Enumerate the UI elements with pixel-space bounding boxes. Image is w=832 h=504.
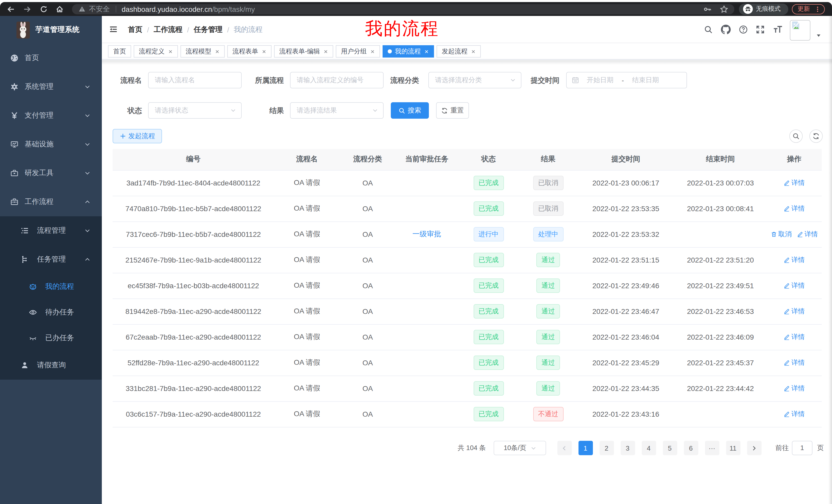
tab-4[interactable]: 流程表单-编辑 bbox=[274, 45, 333, 58]
browser-home-icon[interactable] bbox=[55, 5, 64, 13]
avatar[interactable] bbox=[790, 20, 810, 40]
detail-action[interactable]: 详情 bbox=[784, 281, 805, 290]
address-bar[interactable]: 不安全 dashboard.yudao.iocoder.cn/bpm/task/… bbox=[72, 4, 734, 14]
fullscreen-icon[interactable] bbox=[756, 25, 765, 34]
detail-action[interactable]: 详情 bbox=[784, 358, 805, 367]
sidebar-item-1[interactable]: 系统管理 bbox=[0, 73, 102, 101]
detail-action[interactable]: 详情 bbox=[784, 410, 805, 419]
cell-end-time: 2022-01-23 00:08:41 bbox=[674, 196, 767, 221]
sidebar-item-6[interactable]: 流程管理 bbox=[0, 216, 102, 245]
next-page-button[interactable] bbox=[747, 441, 761, 455]
sidebar-item-5[interactable]: 工作流程 bbox=[0, 188, 102, 216]
page-button-11[interactable]: 11 bbox=[726, 441, 740, 455]
prev-page-button[interactable] bbox=[557, 441, 572, 455]
browser-back-icon[interactable] bbox=[7, 5, 15, 13]
tab-1[interactable]: 流程定义 bbox=[134, 45, 178, 58]
sidebar-item-4[interactable]: 研发工具 bbox=[0, 159, 102, 188]
cell-category: OA bbox=[340, 170, 395, 196]
close-icon[interactable] bbox=[424, 49, 429, 54]
sidebar-toggle-icon[interactable] bbox=[109, 25, 117, 33]
breadcrumb-item[interactable]: 任务管理 bbox=[194, 25, 223, 34]
gear-icon bbox=[10, 83, 19, 91]
page-button-···[interactable]: ··· bbox=[705, 441, 719, 455]
user-caret-icon[interactable] bbox=[816, 33, 821, 38]
detail-action[interactable]: 详情 bbox=[784, 307, 805, 316]
sidebar-item-9[interactable]: 待办任务 bbox=[0, 300, 102, 325]
browser-menu-dots-icon[interactable] bbox=[814, 6, 821, 12]
sidebar-item-3[interactable]: 基础设施 bbox=[0, 130, 102, 159]
sidebar-logo[interactable]: 芋道管理系统 bbox=[0, 16, 102, 44]
security-label[interactable]: 不安全 bbox=[89, 4, 110, 13]
create-process-button[interactable]: 发起流程 bbox=[113, 129, 162, 143]
logo-avatar bbox=[17, 21, 30, 38]
cell-category: OA bbox=[340, 299, 395, 324]
tab-5[interactable]: 用户分组 bbox=[336, 45, 380, 58]
detail-action[interactable]: 详情 bbox=[784, 204, 805, 213]
filter-status-select[interactable]: 请选择状态 bbox=[148, 102, 242, 119]
detail-action[interactable]: 详情 bbox=[784, 255, 805, 264]
close-icon[interactable] bbox=[471, 49, 476, 54]
status-tag: 已完成 bbox=[473, 304, 504, 318]
browser-update-button[interactable]: 更新 bbox=[792, 4, 825, 14]
page-button-2[interactable]: 2 bbox=[599, 441, 614, 455]
page-button-3[interactable]: 3 bbox=[620, 441, 635, 455]
edit-icon bbox=[784, 205, 790, 212]
cell-end-time: 2022-01-22 23:46:53 bbox=[674, 299, 767, 324]
browser-forward-icon[interactable] bbox=[23, 5, 31, 13]
tab-7[interactable]: 发起流程 bbox=[437, 45, 481, 58]
tab-3[interactable]: 流程表单 bbox=[227, 45, 271, 58]
bookmark-star-icon[interactable] bbox=[720, 5, 728, 13]
sidebar-item-10[interactable]: 已办任务 bbox=[0, 325, 102, 351]
filter-time-range[interactable]: 开始日期 - 结束日期 bbox=[566, 72, 687, 88]
sidebar-item-2[interactable]: 支付管理 bbox=[0, 101, 102, 130]
tab-0[interactable]: 首页 bbox=[108, 45, 131, 58]
detail-action[interactable]: 详情 bbox=[784, 332, 805, 342]
breadcrumb-item[interactable]: 工作流程 bbox=[154, 25, 183, 34]
detail-action[interactable]: 详情 bbox=[784, 384, 805, 393]
result-tag: 通过 bbox=[536, 304, 560, 318]
close-icon[interactable] bbox=[168, 49, 173, 54]
page-button-6[interactable]: 6 bbox=[684, 441, 698, 455]
status-tag: 已完成 bbox=[473, 381, 504, 396]
page-button-5[interactable]: 5 bbox=[662, 441, 677, 455]
table-body: 3ad174fb-7b9d-11ec-8404-acde48001122OA 请… bbox=[113, 170, 822, 427]
cell-end-time: 2022-01-22 23:49:51 bbox=[674, 273, 767, 299]
tab-2[interactable]: 流程模型 bbox=[181, 45, 225, 58]
filter-result-select[interactable]: 请选择流结果 bbox=[290, 102, 384, 119]
close-icon[interactable] bbox=[370, 49, 375, 54]
page-button-1[interactable]: 1 bbox=[578, 441, 593, 455]
search-icon[interactable] bbox=[704, 25, 713, 34]
cell-result: 已取消 bbox=[519, 196, 577, 221]
search-button[interactable]: 搜索 bbox=[391, 102, 429, 119]
filter-name-input[interactable]: 请输入流程名 bbox=[148, 72, 242, 88]
page-size-select[interactable]: 10条/页 bbox=[494, 441, 546, 455]
delete-icon bbox=[771, 231, 777, 237]
filter-category-select[interactable]: 请选择流程分类 bbox=[428, 72, 521, 88]
font-size-icon[interactable] bbox=[773, 25, 783, 34]
password-key-icon[interactable] bbox=[703, 5, 712, 13]
browser-reload-icon[interactable] bbox=[40, 5, 48, 13]
page-button-4[interactable]: 4 bbox=[642, 441, 656, 455]
refresh-table-button[interactable] bbox=[809, 130, 823, 143]
task-link[interactable]: 一级审批 bbox=[412, 230, 441, 238]
detail-action[interactable]: 详情 bbox=[797, 230, 818, 239]
detail-action[interactable]: 详情 bbox=[784, 178, 805, 188]
cancel-action[interactable]: 取消 bbox=[771, 230, 791, 239]
cell-task bbox=[395, 350, 458, 375]
close-icon[interactable] bbox=[262, 49, 266, 54]
close-icon[interactable] bbox=[215, 49, 219, 54]
show-search-toggle[interactable] bbox=[789, 130, 803, 143]
help-icon[interactable] bbox=[739, 25, 748, 34]
tab-6[interactable]: 我的流程 bbox=[383, 45, 434, 58]
pagination-goto-input[interactable]: 1 bbox=[792, 441, 812, 455]
sidebar-item-11[interactable]: 请假查询 bbox=[0, 351, 102, 380]
sidebar-item-8[interactable]: 我的流程 bbox=[0, 274, 102, 300]
sidebar-item-7[interactable]: 任务管理 bbox=[0, 245, 102, 274]
toolbox-icon bbox=[10, 169, 19, 177]
sidebar-item-0[interactable]: 首页 bbox=[0, 44, 102, 73]
close-icon[interactable] bbox=[323, 49, 328, 54]
breadcrumb-item[interactable]: 首页 bbox=[128, 25, 142, 34]
github-icon[interactable] bbox=[721, 25, 731, 34]
filter-definition-input[interactable]: 请输入流程定义的编号 bbox=[290, 72, 384, 88]
reset-button[interactable]: 重置 bbox=[436, 102, 469, 119]
